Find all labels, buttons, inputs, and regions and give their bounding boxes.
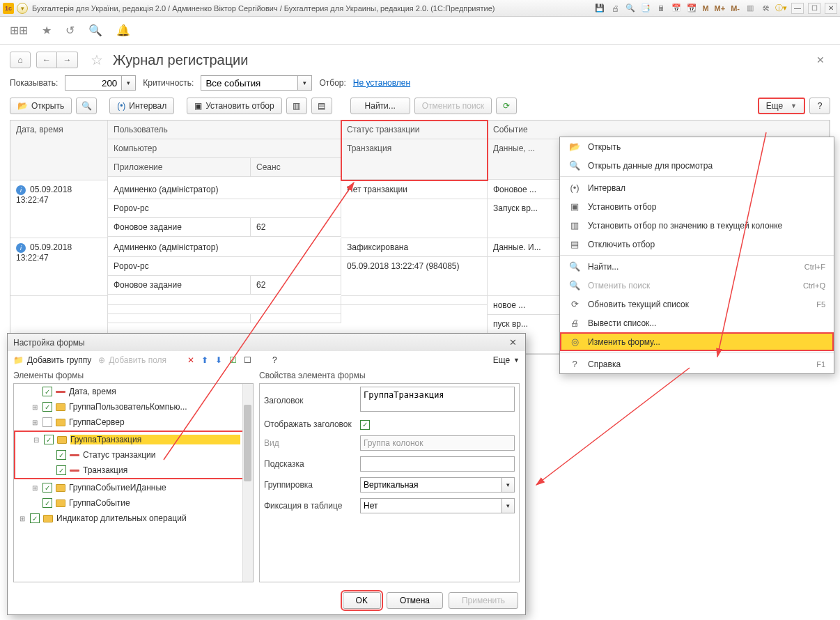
clear-filter-button[interactable]: ▤ [311, 98, 332, 114]
menu-item[interactable]: ▣ Установить отбор [560, 197, 834, 216]
tree-checkbox[interactable]: ✓ [42, 402, 52, 412]
home-button[interactable]: ⌂ [10, 52, 31, 68]
prop-grouping-dropdown[interactable]: ▾ [502, 477, 515, 493]
cancel-button[interactable]: Отмена [387, 592, 443, 609]
criticality-select[interactable] [201, 75, 298, 91]
selection-link[interactable]: Не установлен [353, 78, 410, 88]
tree-item[interactable]: ⊞ ✓ ГруппаПользовательКомпью... [14, 399, 253, 414]
menu-item[interactable]: ▥ Установить отбор по значению в текущей… [560, 216, 834, 235]
menu-item[interactable]: 🔍 Найти... Ctrl+F [560, 257, 834, 276]
prop-fix-dropdown[interactable]: ▾ [502, 498, 515, 513]
add-fields-button[interactable]: ⊕Добавить поля [98, 355, 166, 365]
ok-button[interactable]: OK [343, 592, 381, 609]
prop-showtitle-checkbox[interactable]: ✓ [360, 420, 370, 430]
tree-item[interactable]: ⊞ ГруппаСервер [14, 414, 253, 430]
tree-item[interactable]: ✓ Дата, время [14, 384, 253, 399]
tools-icon[interactable]: 🛠 [759, 2, 772, 15]
uncheck-all-button[interactable]: ☐ [244, 355, 251, 365]
calendar-icon[interactable]: 📅 [670, 2, 683, 15]
tree-expander[interactable]: ⊞ [31, 484, 39, 492]
tree-checkbox[interactable] [42, 417, 52, 427]
add-group-button[interactable]: 📁Добавить группу [13, 355, 91, 365]
menu-item[interactable]: 🔍 Открыть данные для просмотра [560, 156, 834, 175]
cancel-find-button[interactable]: Отменить поиск [414, 98, 492, 114]
panel-icon[interactable]: ▥ [744, 2, 756, 15]
memory-mplus-button[interactable]: M+ [713, 4, 727, 13]
tree-item[interactable]: ✓ Транзакция [15, 463, 243, 478]
set-filter-button[interactable]: ▣Установить отбор [187, 98, 281, 114]
col-tx-header[interactable]: Транзакция [341, 139, 488, 180]
save-icon[interactable]: 💾 [593, 2, 606, 15]
show-count-dropdown[interactable]: ▾ [122, 75, 136, 91]
prop-title-input[interactable]: ГруппаТранзакция [360, 387, 515, 412]
apply-button[interactable]: Применить [449, 592, 518, 609]
tree-checkbox[interactable]: ✓ [56, 450, 66, 460]
menu-item[interactable]: ? Справка F1 [560, 355, 834, 373]
dialog-title-bar[interactable]: Настройка формы ✕ [8, 334, 525, 351]
minimize-button[interactable]: — [791, 3, 804, 14]
tree-expander[interactable]: ⊞ [18, 515, 26, 522]
calc-icon[interactable]: 🖩 [655, 2, 667, 15]
tree-scrollbar[interactable] [242, 384, 253, 582]
col-datetime-header[interactable]: Дата, время [10, 121, 108, 180]
move-up-button[interactable]: ⬆ [201, 355, 208, 365]
tree-expander[interactable]: ⊞ [31, 419, 39, 426]
delete-button[interactable]: ✕ [187, 355, 194, 365]
print-icon[interactable]: 🖨 [609, 2, 621, 15]
search-icon[interactable]: 🔍 [88, 24, 102, 37]
tree-checkbox[interactable]: ✓ [42, 387, 52, 396]
help-button[interactable]: ? [809, 98, 830, 114]
apps-icon[interactable]: ⊞⊞ [10, 24, 28, 37]
tree-item[interactable]: ✓ Статус транзакции [15, 447, 243, 463]
tree-checkbox[interactable]: ✓ [56, 465, 66, 475]
dialog-close-button[interactable]: ✕ [506, 337, 520, 348]
col-txstatus-header[interactable]: Статус транзакции [341, 121, 488, 139]
menu-item[interactable]: 🔍 Отменить поиск Ctrl+Q [560, 276, 834, 295]
menu-item[interactable]: ⟳ Обновить текущий список F5 [560, 295, 834, 313]
prop-fix-select[interactable] [360, 498, 502, 513]
menu-item[interactable]: ▤ Отключить отбор [560, 235, 834, 254]
more-button[interactable]: Еще▼ [758, 98, 805, 114]
show-count-input[interactable] [65, 75, 122, 91]
col-computer-header[interactable]: Компьютер [108, 139, 341, 158]
menu-item[interactable]: 🖨 Вывести список... [560, 313, 834, 332]
tree-item[interactable]: ⊞ ✓ Индикатор длительных операций [14, 511, 253, 526]
tree-checkbox[interactable]: ✓ [30, 513, 40, 523]
move-down-button[interactable]: ⬇ [215, 355, 222, 365]
menu-item[interactable]: 📂 Открыть [560, 137, 834, 156]
tree-item[interactable]: ⊟ ✓ ГруппаТранзакция [15, 432, 243, 447]
dialog-help-button[interactable]: ? [272, 355, 277, 365]
open-button[interactable]: 📂Открыть [10, 98, 72, 114]
col-app-header[interactable]: Приложение [108, 158, 251, 177]
interval-button[interactable]: (•)Интервал [109, 98, 174, 114]
tree-checkbox[interactable]: ✓ [44, 435, 54, 444]
tree-checkbox[interactable]: ✓ [42, 498, 52, 508]
memory-m-button[interactable]: M [701, 4, 710, 13]
nav-back-button[interactable]: ← [36, 52, 57, 68]
history-icon[interactable]: ↺ [65, 24, 75, 37]
tree-item[interactable]: ✓ ГруппаСобытие [14, 495, 253, 511]
page-favorite-icon[interactable]: ☆ [91, 52, 103, 68]
compare-icon[interactable]: 📑 [639, 2, 652, 15]
view-data-button[interactable]: 🔍 [76, 98, 97, 114]
col-user-header[interactable]: Пользователь [108, 121, 341, 139]
check-all-button[interactable]: ☑ [229, 355, 237, 365]
filter-by-value-button[interactable]: ▥ [286, 98, 307, 114]
criticality-dropdown[interactable]: ▾ [298, 75, 312, 91]
tree-item[interactable]: ⊞ ✓ ГруппаСобытиеИДанные [14, 480, 253, 495]
prop-hint-input[interactable] [360, 456, 515, 472]
tree-expander[interactable]: ⊟ [32, 436, 40, 444]
favorite-icon[interactable]: ★ [42, 24, 52, 37]
maximize-button[interactable]: ☐ [808, 3, 820, 14]
tree-expander[interactable]: ⊞ [31, 403, 39, 411]
col-session-header[interactable]: Сеанс [251, 158, 341, 177]
nav-fwd-button[interactable]: → [57, 52, 78, 68]
prop-grouping-select[interactable] [360, 477, 502, 493]
menu-item[interactable]: ◎ Изменить форму... [560, 332, 834, 351]
dialog-more-button[interactable]: Еще ▼ [493, 355, 520, 365]
refresh-button[interactable]: ⟳ [496, 98, 517, 114]
tree-checkbox[interactable]: ✓ [42, 483, 52, 493]
preview-icon[interactable]: 🔍 [624, 2, 637, 15]
page-close-button[interactable]: ✕ [811, 52, 830, 68]
close-button[interactable]: ✕ [825, 3, 837, 14]
